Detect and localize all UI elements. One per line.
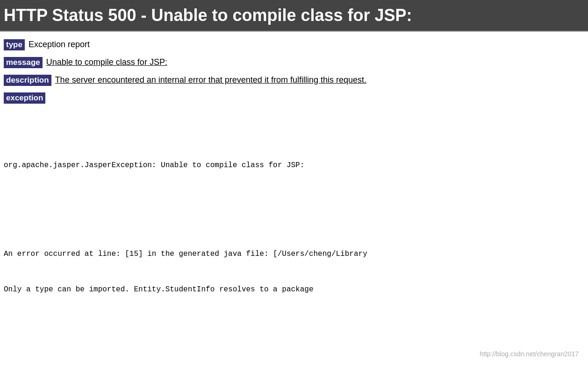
message-row: message Unable to compile class for JSP: [4, 57, 584, 68]
type-label: type [4, 39, 25, 50]
description-label: description [4, 75, 51, 86]
description-row: description The server encountered an in… [4, 75, 584, 86]
code-section-2: An error occurred at line: [15] in the g… [4, 224, 584, 320]
code-line-4: Only a type can be imported. Entity.Stud… [4, 284, 584, 296]
type-value: Exception report [29, 40, 90, 49]
code-line-3: An error occurred at line: [15] in the g… [4, 248, 584, 261]
description-value: The server encountered an internal error… [55, 75, 366, 85]
watermark: http://blog.csdn.net/chengran2017 [480, 350, 579, 358]
code-block: org.apache.jasper.JasperException: Unabl… [4, 112, 584, 367]
exception-section: exception [4, 92, 584, 104]
content-area: type Exception report message Unable to … [0, 32, 588, 367]
code-section-1: org.apache.jasper.JasperException: Unabl… [4, 136, 584, 196]
message-label: message [4, 57, 43, 68]
type-row: type Exception report [4, 39, 584, 50]
exception-row: exception [4, 92, 584, 104]
code-line-1: org.apache.jasper.JasperException: Unabl… [4, 160, 584, 172]
exception-label: exception [4, 92, 45, 104]
message-value: Unable to compile class for JSP: [46, 57, 167, 67]
header-bar: HTTP Status 500 - Unable to compile clas… [0, 0, 588, 31]
page-title: HTTP Status 500 - Unable to compile clas… [4, 6, 412, 25]
